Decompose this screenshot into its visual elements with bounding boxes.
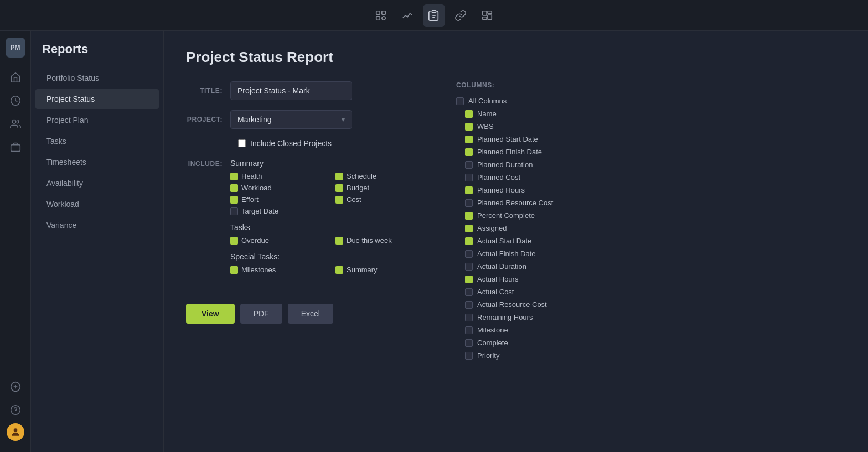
sidebar-item-variance[interactable]: Variance: [35, 215, 159, 235]
sidebar-item-timesheets[interactable]: Timesheets: [35, 152, 159, 172]
nav-users-btn[interactable]: [6, 114, 25, 134]
budget-label: Budget: [347, 184, 369, 192]
col-percent-complete-checkbox[interactable]: [465, 212, 473, 220]
col-planned-start-label: Planned Start Date: [477, 135, 538, 143]
main-layout: PM: [0, 31, 868, 452]
due-this-week-label: Due this week: [347, 236, 392, 245]
cost-checkbox[interactable]: [335, 196, 343, 204]
sidebar-item-project-plan[interactable]: Project Plan: [35, 110, 159, 130]
col-actual-start-checkbox[interactable]: [465, 237, 473, 245]
form-section: TITLE: PROJECT: Marketing Development De…: [186, 81, 846, 362]
include-closed-label: Include Closed Projects: [250, 139, 332, 148]
effort-label: Effort: [241, 195, 259, 204]
col-priority: Priority: [456, 349, 844, 362]
sidebar-item-tasks[interactable]: Tasks: [35, 131, 159, 151]
col-complete-checkbox[interactable]: [465, 339, 473, 347]
col-assigned-checkbox[interactable]: [465, 225, 473, 232]
col-actual-duration: Actual Duration: [456, 260, 844, 273]
nav-clock-btn[interactable]: [6, 91, 25, 111]
svg-rect-1: [382, 11, 385, 14]
col-milestone-label: Milestone: [477, 326, 508, 334]
col-name-checkbox[interactable]: [465, 110, 473, 118]
milestones-label: Milestones: [241, 266, 276, 274]
col-planned-resource-cost-checkbox[interactable]: [465, 199, 473, 207]
col-actual-resource-cost-checkbox[interactable]: [465, 301, 473, 309]
col-actual-hours: Actual Hours: [456, 273, 844, 285]
view-button[interactable]: View: [186, 304, 235, 324]
col-planned-start-date: Planned Start Date: [456, 133, 844, 146]
col-planned-duration-checkbox[interactable]: [465, 161, 473, 169]
summary-checkbox[interactable]: [335, 266, 343, 274]
nav-help-btn[interactable]: [6, 400, 25, 420]
top-toolbar: [0, 0, 868, 31]
toolbar-link-btn[interactable]: [450, 4, 472, 27]
toolbar-layout-btn[interactable]: [476, 4, 498, 27]
col-actual-hours-checkbox[interactable]: [465, 276, 473, 283]
svg-point-12: [12, 120, 16, 124]
col-milestone-checkbox[interactable]: [465, 326, 473, 334]
title-input[interactable]: [230, 81, 352, 100]
sidebar-item-portfolio-status[interactable]: Portfolio Status: [35, 68, 159, 88]
budget-checkbox[interactable]: [335, 184, 343, 192]
health-checkbox[interactable]: [230, 173, 238, 180]
col-planned-start-checkbox[interactable]: [465, 136, 473, 143]
tasks-grid: Overdue Due this week: [230, 236, 430, 245]
col-wbs-checkbox[interactable]: [465, 123, 473, 131]
pdf-button[interactable]: PDF: [240, 304, 282, 324]
svg-rect-4: [432, 10, 436, 12]
col-planned-finish-label: Planned Finish Date: [477, 148, 542, 156]
col-assigned: Assigned: [456, 222, 844, 235]
effort-checkbox[interactable]: [230, 196, 238, 204]
left-sidebar: Reports Portfolio Status Project Status …: [31, 31, 164, 452]
title-row: TITLE:: [186, 81, 430, 100]
include-closed-checkbox[interactable]: [238, 139, 246, 147]
col-planned-cost-checkbox[interactable]: [465, 174, 473, 181]
col-planned-hours-checkbox[interactable]: [465, 186, 473, 194]
col-planned-finish-checkbox[interactable]: [465, 148, 473, 156]
col-actual-duration-checkbox[interactable]: [465, 263, 473, 271]
toolbar-scan-btn[interactable]: [370, 4, 392, 27]
col-actual-duration-label: Actual Duration: [477, 262, 526, 271]
sidebar-item-availability[interactable]: Availability: [35, 173, 159, 193]
include-milestones: Milestones: [230, 266, 324, 274]
target-date-checkbox[interactable]: [230, 207, 238, 215]
columns-label: COLUMNS:: [456, 81, 846, 89]
milestones-checkbox[interactable]: [230, 266, 238, 274]
col-planned-duration: Planned Duration: [456, 158, 844, 171]
include-due-this-week: Due this week: [335, 236, 430, 245]
col-planned-hours-label: Planned Hours: [477, 186, 525, 194]
nav-projects-btn[interactable]: [6, 137, 25, 157]
col-actual-start-date: Actual Start Date: [456, 235, 844, 247]
col-actual-cost-checkbox[interactable]: [465, 288, 473, 296]
project-row: PROJECT: Marketing Development Design Sa…: [186, 110, 430, 129]
col-remaining-hours-checkbox[interactable]: [465, 314, 473, 321]
excel-button[interactable]: Excel: [288, 304, 333, 324]
col-remaining-hours-label: Remaining Hours: [477, 313, 533, 321]
include-section: INCLUDE: Summary Health Schedule: [186, 159, 430, 282]
svg-rect-8: [488, 11, 492, 13]
sidebar-item-project-status[interactable]: Project Status: [35, 89, 159, 109]
nav-add-btn[interactable]: [6, 377, 25, 397]
col-actual-finish-checkbox[interactable]: [465, 250, 473, 258]
toolbar-clipboard-btn[interactable]: [423, 4, 445, 27]
schedule-checkbox[interactable]: [335, 173, 343, 180]
col-actual-cost: Actual Cost: [456, 285, 844, 298]
sidebar-item-workload[interactable]: Workload: [35, 194, 159, 214]
include-health: Health: [230, 172, 324, 180]
health-label: Health: [241, 172, 262, 180]
workload-checkbox[interactable]: [230, 184, 238, 192]
col-all-columns-checkbox[interactable]: [456, 97, 464, 105]
nav-home-btn[interactable]: [6, 67, 25, 87]
project-select[interactable]: Marketing Development Design Sales: [230, 110, 352, 129]
col-planned-cost-label: Planned Cost: [477, 173, 520, 181]
svg-rect-7: [483, 11, 487, 15]
user-avatar[interactable]: [7, 423, 24, 441]
overdue-checkbox[interactable]: [230, 237, 238, 245]
due-this-week-checkbox[interactable]: [335, 237, 343, 245]
columns-scroll[interactable]: All Columns Name WBS Planned Start Date: [456, 95, 846, 362]
project-select-wrapper: Marketing Development Design Sales ▼: [230, 110, 352, 129]
col-priority-label: Priority: [477, 351, 499, 360]
col-priority-checkbox[interactable]: [465, 352, 473, 360]
action-buttons: View PDF Excel: [186, 304, 430, 324]
toolbar-chart-btn[interactable]: [396, 4, 418, 27]
